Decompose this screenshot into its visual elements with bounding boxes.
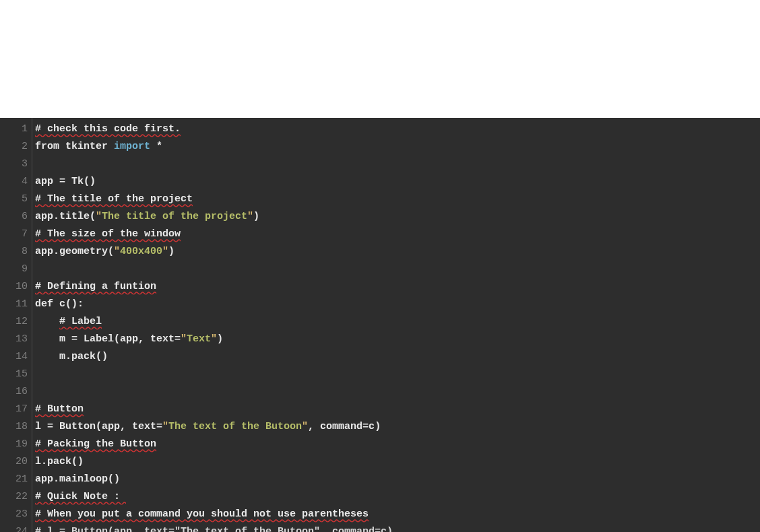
line-number: 18 — [0, 418, 32, 436]
code-line[interactable] — [35, 156, 760, 173]
code-line[interactable]: # The title of the project — [35, 191, 760, 208]
code-line[interactable]: # Label — [35, 313, 760, 331]
line-number: 10 — [0, 278, 32, 296]
code-line[interactable]: m = Label(app, text="Text") — [35, 331, 760, 348]
line-number: 1 — [0, 121, 32, 138]
code-line[interactable]: app.title("The title of the project") — [35, 208, 760, 226]
line-number: 14 — [0, 348, 32, 366]
line-number: 13 — [0, 331, 32, 348]
line-number: 15 — [0, 366, 32, 383]
code-line[interactable]: # Button — [35, 401, 760, 418]
code-editor[interactable]: 123456789101112131415161718192021222324 … — [0, 118, 760, 532]
code-line[interactable] — [35, 383, 760, 401]
line-number: 23 — [0, 506, 32, 523]
code-line[interactable]: # l = Button(app, text="The text of the … — [35, 523, 760, 532]
code-line[interactable]: app = Tk() — [35, 173, 760, 191]
code-line[interactable] — [35, 366, 760, 383]
code-line[interactable]: l = Button(app, text="The text of the Bu… — [35, 418, 760, 436]
code-line[interactable]: l.pack() — [35, 453, 760, 471]
line-number: 19 — [0, 436, 32, 453]
line-number: 12 — [0, 313, 32, 331]
line-number: 3 — [0, 156, 32, 173]
code-line[interactable]: # The size of the window — [35, 226, 760, 243]
line-number: 11 — [0, 296, 32, 313]
line-number: 21 — [0, 471, 32, 488]
line-number: 9 — [0, 261, 32, 278]
line-number: 7 — [0, 226, 32, 243]
code-line[interactable]: # Quick Note : — [35, 488, 760, 506]
line-number: 4 — [0, 173, 32, 191]
code-area[interactable]: # check this code first.from tkinter imp… — [32, 118, 760, 532]
line-number: 6 — [0, 208, 32, 226]
code-line[interactable]: # When you put a command you should not … — [35, 506, 760, 523]
code-line[interactable]: # Defining a funtion — [35, 278, 760, 296]
code-line[interactable]: m.pack() — [35, 348, 760, 366]
code-line[interactable]: app.mainloop() — [35, 471, 760, 488]
line-number: 16 — [0, 383, 32, 401]
line-number: 8 — [0, 243, 32, 261]
line-number: 22 — [0, 488, 32, 506]
line-number-gutter: 123456789101112131415161718192021222324 — [0, 118, 32, 532]
code-line[interactable]: app.geometry("400x400") — [35, 243, 760, 261]
code-line[interactable]: # Packing the Button — [35, 436, 760, 453]
line-number: 17 — [0, 401, 32, 418]
line-number: 5 — [0, 191, 32, 208]
line-number: 20 — [0, 453, 32, 471]
code-line[interactable]: def c(): — [35, 296, 760, 313]
code-line[interactable] — [35, 261, 760, 278]
code-line[interactable]: from tkinter import * — [35, 138, 760, 156]
line-number: 2 — [0, 138, 32, 156]
line-number: 24 — [0, 523, 32, 532]
code-line[interactable]: # check this code first. — [35, 121, 760, 138]
